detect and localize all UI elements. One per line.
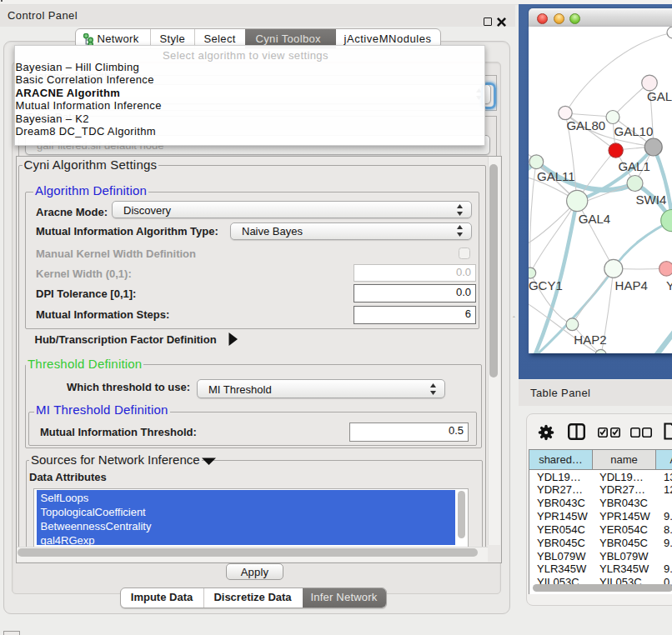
svg-text:YJ: YJ [666, 278, 672, 292]
svg-text:GAL10: GAL10 [614, 124, 654, 138]
svg-text:GAL2: GAL2 [647, 89, 672, 103]
svg-text:GAL1: GAL1 [618, 159, 649, 173]
svg-text:GAL80: GAL80 [566, 118, 605, 132]
svg-text:HAP4: HAP4 [615, 278, 648, 292]
svg-text:GAL11: GAL11 [537, 168, 575, 182]
svg-text:GCY1: GCY1 [529, 278, 563, 292]
svg-text:HAP2: HAP2 [574, 332, 606, 347]
svg-text:SWI4: SWI4 [636, 192, 667, 207]
svg-text:GAL4: GAL4 [579, 211, 610, 225]
